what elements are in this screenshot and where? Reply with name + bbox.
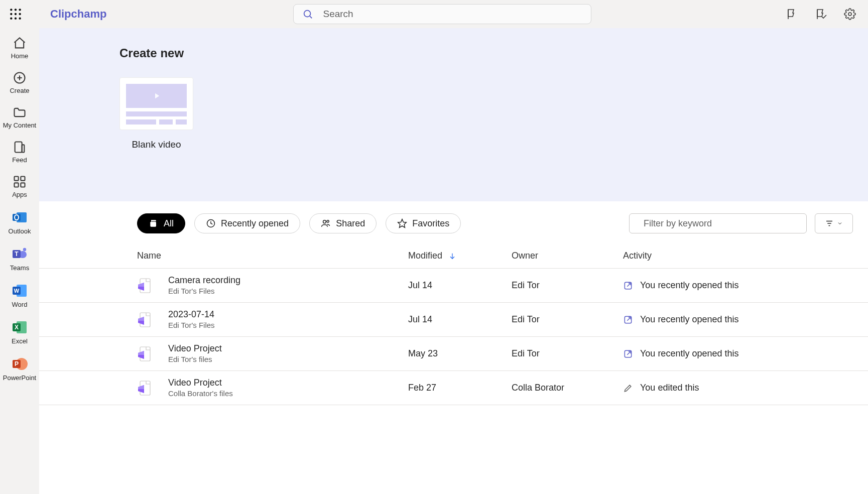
table-row[interactable]: 2023-07-14 Edi Tor's Files Jul 14 Edi To… [39,303,868,337]
filter-keyword-input[interactable] [629,213,807,233]
rail-item-feed[interactable]: Feed [0,136,39,171]
main-content: Create new Blank video All Recently open… [39,28,868,494]
svg-text:X: X [15,324,19,331]
table-row[interactable]: Video Project Edi Tor's files May 23 Edi… [39,337,868,371]
cell-name: Camera recording Edi Tor's Files [137,275,408,296]
create-new-section: Create new Blank video [39,28,868,201]
rail-app-excel[interactable]: X Excel [0,315,39,352]
tab-label: Shared [336,218,365,229]
row-title: Camera recording [168,275,240,286]
task-check-icon[interactable] [815,8,827,20]
row-location: Edi Tor's Files [168,287,240,296]
settings-icon[interactable] [844,8,856,20]
table-header: Name Modified Owner Activity [39,251,868,269]
rail-item-mycontent[interactable]: My Content [0,101,39,136]
cell-activity: You recently opened this [623,348,868,359]
sort-filter-button[interactable] [815,213,853,233]
row-location: Edi Tor's files [168,355,222,364]
people-icon [321,218,331,228]
col-owner[interactable]: Owner [512,251,623,261]
apps-icon [13,175,27,189]
svg-point-9 [304,11,311,17]
row-title: Video Project [168,343,222,354]
whats-new-icon[interactable] [786,8,798,20]
open-external-icon [623,315,633,325]
rail-app-outlook[interactable]: Outlook [0,205,39,242]
create-icon [13,71,27,85]
activity-text: You recently opened this [640,348,738,359]
clipchamp-file-icon [137,380,153,396]
star-icon [397,218,407,228]
col-modified[interactable]: Modified [408,251,512,261]
open-external-icon [623,281,633,291]
app-title[interactable]: Clipchamp [50,8,106,21]
cell-activity: You recently opened this [623,314,868,325]
svg-point-4 [15,13,17,15]
svg-line-10 [310,16,312,18]
tab-favorites[interactable]: Favorites [386,213,461,233]
excel-icon: X [12,319,28,335]
cell-name: 2023-07-14 Edi Tor's Files [137,309,408,330]
search-bar [293,4,591,24]
edit-icon [623,383,633,393]
cell-owner: Edi Tor [512,280,623,291]
row-location: Colla Borator's files [168,389,233,398]
svg-text:P: P [15,360,19,367]
app-launcher-icon[interactable] [9,8,22,21]
svg-rect-20 [21,177,25,181]
col-activity[interactable]: Activity [623,251,868,261]
svg-rect-21 [15,183,19,187]
search-icon [302,9,313,20]
svg-point-6 [10,18,12,20]
clipchamp-file-icon [137,346,153,362]
rail-label: Teams [10,264,29,272]
svg-point-5 [19,13,21,15]
clipchamp-file-icon [137,278,153,294]
svg-point-0 [10,9,12,11]
rail-label: Feed [12,156,27,164]
rail-app-word[interactable]: W Word [0,279,39,315]
cell-name: Video Project Edi Tor's files [137,343,408,364]
table-row[interactable]: Video Project Colla Borator's files Feb … [39,371,868,405]
activity-text: You recently opened this [640,280,738,291]
cell-name: Video Project Colla Borator's files [137,378,408,399]
col-name[interactable]: Name [137,251,408,261]
rail-app-teams[interactable]: T Teams [0,242,39,279]
template-blank-video[interactable]: Blank video [119,77,193,150]
svg-rect-18 [22,145,25,152]
list-tools [629,213,853,233]
home-icon [13,36,27,50]
rail-app-powerpoint[interactable]: P PowerPoint [0,352,39,389]
open-external-icon [623,349,633,359]
rail-label: Create [10,87,29,94]
filter-lines-icon [825,219,834,228]
search-input[interactable] [293,4,591,24]
rail-label: PowerPoint [3,374,36,382]
word-icon: W [12,283,28,299]
tab-recently-opened[interactable]: Recently opened [194,213,300,233]
sort-descending-icon [448,252,456,260]
cell-modified: Jul 14 [408,314,512,325]
svg-rect-19 [15,177,19,181]
row-title: Video Project [168,378,233,389]
rail-item-home[interactable]: Home [0,32,39,67]
cell-modified: Feb 27 [408,383,512,393]
table-row[interactable]: Camera recording Edi Tor's Files Jul 14 … [39,269,868,303]
activity-text: You recently opened this [640,314,738,325]
svg-point-41 [323,220,326,223]
top-bar: Clipchamp [0,0,868,28]
rail-label: Home [11,52,29,60]
cell-owner: Edi Tor [512,348,623,359]
cell-modified: May 23 [408,348,512,359]
svg-rect-17 [15,142,22,153]
rail-item-create[interactable]: Create [0,67,39,101]
clipchamp-file-icon [137,312,153,328]
rail-label: Word [12,301,28,308]
svg-point-7 [15,18,17,20]
cell-activity: You edited this [623,383,868,393]
rail-item-apps[interactable]: Apps [0,171,39,205]
tab-shared[interactable]: Shared [309,213,377,233]
tab-label: Recently opened [221,218,289,229]
cell-activity: You recently opened this [623,280,868,291]
tab-all[interactable]: All [137,213,185,233]
